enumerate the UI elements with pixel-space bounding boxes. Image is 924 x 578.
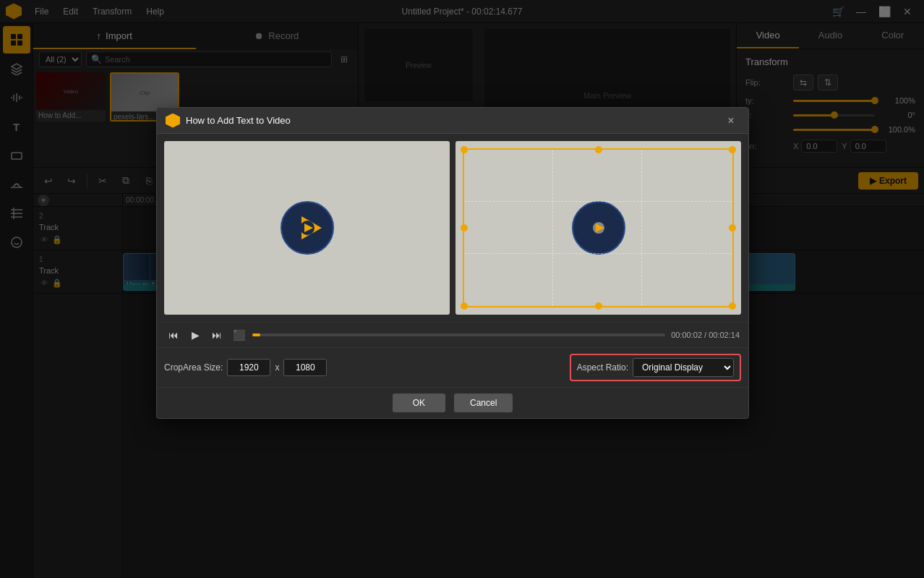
playback-progress[interactable] xyxy=(252,333,665,336)
stop-button[interactable]: ⬛ xyxy=(231,327,247,343)
crop-width-input[interactable] xyxy=(227,359,270,376)
crop-preview-original xyxy=(164,141,450,315)
step-forward-button[interactable]: ⏭ xyxy=(209,327,225,343)
handle-middle-left[interactable] xyxy=(461,224,468,231)
play-button[interactable]: ▶ xyxy=(187,327,203,343)
modal-logo-icon xyxy=(166,114,180,128)
handle-top-left[interactable] xyxy=(461,146,468,153)
modal-title: How to Add Text to Video xyxy=(186,115,291,126)
crop-height-input[interactable] xyxy=(283,359,327,376)
playback-bar: ⏮ ▶ ⏭ ⬛ 00:00:02 / 00:02:14 xyxy=(157,322,748,347)
crop-logo-left xyxy=(278,199,336,257)
progress-fill xyxy=(252,333,260,336)
crop-modal: How to Add Text to Video × xyxy=(156,107,749,419)
ok-button[interactable]: OK xyxy=(393,394,445,412)
handle-top-right[interactable] xyxy=(729,146,736,153)
crop-size-label: CropArea Size: xyxy=(164,362,223,373)
aspect-ratio-dropdown[interactable]: Original Display 16:9 4:3 1:1 9:16 xyxy=(633,358,734,377)
modal-close-button[interactable]: × xyxy=(722,112,740,129)
modal-footer: OK Cancel xyxy=(157,387,748,418)
time-display: 00:00:02 / 00:02:14 xyxy=(671,331,740,339)
grid-v1 xyxy=(552,150,553,306)
modal-body xyxy=(157,134,748,322)
handle-bottom-middle[interactable] xyxy=(595,302,602,310)
crop-logo-right xyxy=(570,199,628,257)
handle-bottom-right[interactable] xyxy=(729,302,736,310)
grid-v2 xyxy=(641,150,642,306)
crop-size-row: CropArea Size: x xyxy=(164,359,327,376)
modal-header: How to Add Text to Video × xyxy=(157,108,748,134)
modal-overlay: How to Add Text to Video × xyxy=(0,0,924,578)
crop-x-label: x xyxy=(275,362,279,373)
handle-middle-right[interactable] xyxy=(729,224,736,231)
handle-bottom-left[interactable] xyxy=(461,302,468,310)
modal-controls: CropArea Size: x Aspect Ratio: Original … xyxy=(157,347,748,387)
crop-preview-cropped xyxy=(455,141,741,315)
step-back-button[interactable]: ⏮ xyxy=(166,327,181,343)
aspect-ratio-container: Aspect Ratio: Original Display 16:9 4:3 … xyxy=(570,354,741,381)
aspect-ratio-label: Aspect Ratio: xyxy=(577,362,628,373)
cancel-button[interactable]: Cancel xyxy=(454,394,513,412)
handle-top-middle[interactable] xyxy=(595,146,602,153)
